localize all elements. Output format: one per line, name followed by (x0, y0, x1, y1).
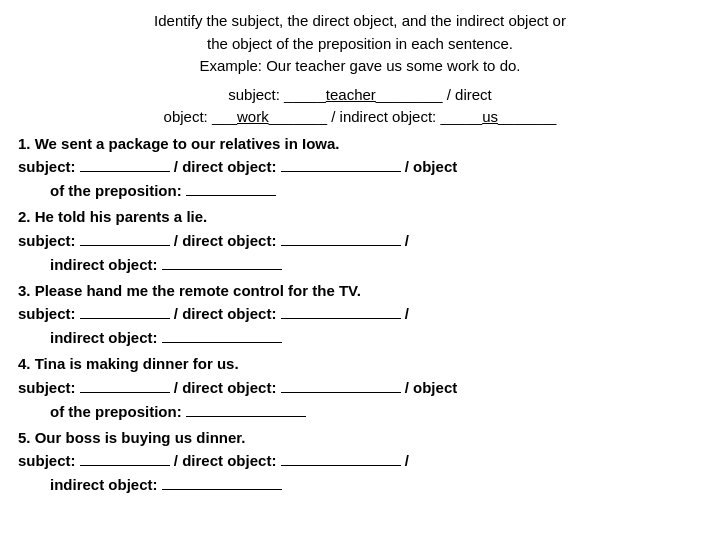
header-line1: Identify the subject, the direct object,… (18, 10, 702, 33)
sentence-4-answer1: subject: / direct object: / object (18, 376, 702, 400)
sentence-1-answer1: subject: / direct object: / object (18, 155, 702, 179)
example-subject-line: subject: _____teacher________ / direct (18, 84, 702, 107)
header-line3: Example: Our teacher gave us some work t… (18, 55, 702, 78)
sentence-5: 5. Our boss is buying us dinner. subject… (18, 427, 702, 498)
example-object-line: object: ___work_______ / indirect object… (18, 106, 702, 129)
sentence-4-text: 4. Tina is making dinner for us. (18, 355, 239, 372)
sentence-1-text: 1. We sent a package to our relatives in… (18, 135, 340, 152)
header-line2: the object of the preposition in each se… (18, 33, 702, 56)
sentence-3-answer2: indirect object: (18, 326, 702, 350)
sentence-2-text: 2. He told his parents a lie. (18, 208, 207, 225)
teacher-answer: teacher (326, 86, 376, 103)
sentence-3-text: 3. Please hand me the remote control for… (18, 282, 361, 299)
page: Identify the subject, the direct object,… (0, 0, 720, 540)
sentence-5-answer2: indirect object: (18, 473, 702, 497)
sentence-4: 4. Tina is making dinner for us. subject… (18, 353, 702, 424)
subject-label: subject: _____teacher________ / direct (228, 86, 492, 103)
us-answer: us (482, 108, 498, 125)
sentence-2: 2. He told his parents a lie. subject: /… (18, 206, 702, 277)
sentence-4-answer2: of the preposition: (18, 400, 702, 424)
sentence-3: 3. Please hand me the remote control for… (18, 280, 702, 351)
sentence-5-text: 5. Our boss is buying us dinner. (18, 429, 246, 446)
sentence-1: 1. We sent a package to our relatives in… (18, 133, 702, 204)
sentence-2-answer1: subject: / direct object: / (18, 229, 702, 253)
sentence-5-answer1: subject: / direct object: / (18, 449, 702, 473)
sentence-3-answer1: subject: / direct object: / (18, 302, 702, 326)
sentence-1-answer2: of the preposition: (18, 179, 702, 203)
work-answer: work (237, 108, 269, 125)
object-label: object: ___work_______ / indirect object… (164, 108, 557, 125)
sentences-section: 1. We sent a package to our relatives in… (18, 133, 702, 498)
header-section: Identify the subject, the direct object,… (18, 10, 702, 78)
sentence-2-answer2: indirect object: (18, 253, 702, 277)
